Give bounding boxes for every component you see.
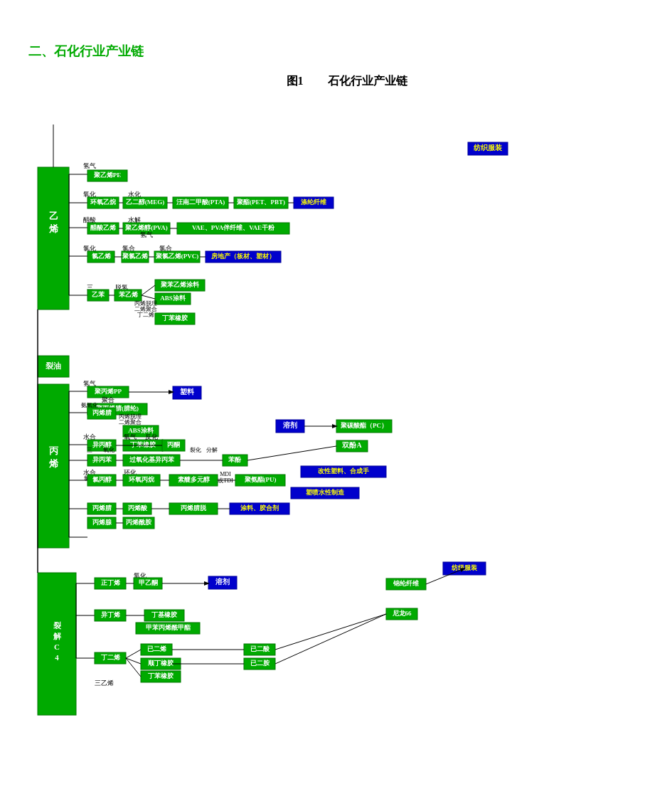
svg-rect-0 xyxy=(38,167,69,309)
svg-text:改性塑料、合成手: 改性塑料、合成手 xyxy=(318,467,370,475)
svg-text:乙二醇(MEG): 乙二醇(MEG) xyxy=(125,199,164,206)
svg-text:已二烯: 已二烯 xyxy=(146,645,166,652)
svg-text:聚酯(PET、PBT): 聚酯(PET、PBT) xyxy=(236,199,284,206)
svg-text:环氧丙烷: 环氧丙烷 xyxy=(128,476,155,483)
svg-text:烯: 烯 xyxy=(48,223,58,234)
svg-text:氢气: 氢气 xyxy=(83,162,96,169)
diagram-container: 乙 烯 氢气 聚乙烯PE 氧化 环氧乙烷 水化 乙二醇(MEG) 汪南二甲酸(P… xyxy=(31,103,642,758)
svg-text:4: 4 xyxy=(55,653,59,662)
svg-text:塑喷水性制造: 塑喷水性制造 xyxy=(305,488,345,496)
svg-text:解: 解 xyxy=(52,632,61,640)
svg-text:VAE、PVA伴纤维、VAE干粉: VAE、PVA伴纤维、VAE干粉 xyxy=(191,223,274,231)
svg-text:氯丙醇: 氯丙醇 xyxy=(91,476,112,483)
svg-text:甲苯丙烯酰甲酯: 甲苯丙烯酰甲酯 xyxy=(145,624,191,631)
svg-text:聚碳酸酯（PC）: 聚碳酸酯（PC） xyxy=(341,422,388,429)
svg-text:丁二烯: 丁二烯 xyxy=(100,654,120,661)
svg-text:素醚多元醇: 素醚多元醇 xyxy=(177,476,210,483)
svg-text:裂油: 裂油 xyxy=(46,361,61,370)
svg-text:MDI: MDI xyxy=(220,471,231,477)
svg-text:丁二烯: 丁二烯 xyxy=(137,312,154,318)
svg-line-68 xyxy=(142,285,155,295)
svg-text:苯酚: 苯酚 xyxy=(228,456,242,463)
svg-text:聚合: 聚合 xyxy=(102,396,114,403)
svg-text:烯: 烯 xyxy=(48,458,58,469)
svg-text:聚乙烯PE: 聚乙烯PE xyxy=(93,171,121,179)
svg-text:裂化: 裂化 xyxy=(190,447,201,453)
svg-text:房地产（板材、塑材）: 房地产（板材、塑材） xyxy=(210,252,275,260)
svg-text:溶剂: 溶剂 xyxy=(215,578,230,586)
svg-text:纺织服装: 纺织服装 xyxy=(473,144,503,152)
svg-line-204 xyxy=(126,650,141,658)
svg-text:聚丙烯PP: 聚丙烯PP xyxy=(95,388,122,395)
svg-text:三乙烯: 三乙烯 xyxy=(95,679,114,687)
svg-text:丙烯腺: 丙烯腺 xyxy=(92,519,112,526)
svg-text:丙烯腈: 丙烯腈 xyxy=(92,409,112,416)
svg-text:塑料: 塑料 xyxy=(179,387,195,396)
svg-text:氧化: 氧化 xyxy=(103,447,114,453)
svg-text:丁基橡胶: 丁基橡胶 xyxy=(151,610,178,618)
svg-text:丙烯腈脱: 丙烯腈脱 xyxy=(181,504,207,512)
svg-text:聚氯乙烯: 聚氯乙烯 xyxy=(122,253,149,260)
svg-line-69 xyxy=(142,295,155,299)
svg-text:锦纶纤维: 锦纶纤维 xyxy=(393,579,420,587)
svg-text:分解: 分解 xyxy=(206,447,218,453)
svg-text:尼龙66: 尼龙66 xyxy=(391,610,412,617)
svg-line-217 xyxy=(275,614,386,650)
svg-text:丙: 丙 xyxy=(48,445,58,456)
svg-text:聚苯乙烯涂料: 聚苯乙烯涂料 xyxy=(161,281,200,288)
svg-text:丙烯酰胺: 丙烯酰胺 xyxy=(126,519,152,526)
svg-text:聚乙烯醇(PVA): 聚乙烯醇(PVA) xyxy=(125,224,167,231)
svg-text:涤纶纤维: 涤纶纤维 xyxy=(301,198,327,206)
svg-text:异丙苯: 异丙苯 xyxy=(92,456,112,463)
svg-text:异丁烯: 异丁烯 xyxy=(100,611,120,618)
svg-text:C: C xyxy=(54,642,60,651)
svg-text:丙酮: 丙酮 xyxy=(167,441,180,448)
svg-text:乙: 乙 xyxy=(48,211,58,221)
svg-text:乙苯: 乙苯 xyxy=(92,291,105,298)
svg-text:丁苯橡胶: 丁苯橡胶 xyxy=(148,672,174,679)
svg-text:聚氯乙烯(PVC): 聚氯乙烯(PVC) xyxy=(155,253,198,260)
svg-text:汪南二甲酸(PTA): 汪南二甲酸(PTA) xyxy=(176,199,224,206)
svg-text:丁苯橡胶: 丁苯橡胶 xyxy=(130,440,156,448)
svg-text:过氧化基异丙苯: 过氧化基异丙苯 xyxy=(129,456,174,463)
svg-text:ABS涂料: ABS涂料 xyxy=(160,295,186,302)
svg-text:丙烯酸: 丙烯酸 xyxy=(127,504,147,512)
chart-title: 图1 石化行业产业链 xyxy=(28,74,644,89)
svg-text:醋酸乙烯: 醋酸乙烯 xyxy=(90,224,117,231)
svg-text:氯乙烯: 氯乙烯 xyxy=(90,253,111,260)
svg-text:纺级服装: 纺级服装 xyxy=(451,563,478,571)
page-title: 二、石化行业产业链 xyxy=(28,43,644,60)
svg-text:丙烯腈: 丙烯腈 xyxy=(92,504,112,512)
svg-line-218 xyxy=(275,614,386,664)
svg-text:氧气: 氧气 xyxy=(124,433,137,440)
svg-text:裂: 裂 xyxy=(53,621,61,630)
svg-text:溶剂: 溶剂 xyxy=(283,421,297,429)
svg-text:环氧乙烷: 环氧乙烷 xyxy=(90,199,117,206)
svg-text:顺丁橡胶: 顺丁橡胶 xyxy=(147,659,174,667)
svg-text:甲乙酮: 甲乙酮 xyxy=(138,579,157,586)
svg-text:苯乙烯: 苯乙烯 xyxy=(117,291,138,298)
svg-line-131 xyxy=(247,446,336,460)
svg-text:正丁烯: 正丁烯 xyxy=(100,579,120,586)
svg-text:三: 三 xyxy=(87,447,92,453)
svg-text:反化: 反化 xyxy=(145,433,158,440)
svg-text:氢气: 氢气 xyxy=(140,231,153,238)
svg-text:双酚A: 双酚A xyxy=(341,441,362,449)
svg-text:二烯聚合: 二烯聚合 xyxy=(119,419,142,425)
svg-text:已二胺: 已二胺 xyxy=(250,660,270,667)
svg-text:涂料、胶合剂: 涂料、胶合剂 xyxy=(240,504,279,512)
svg-text:已二酸: 已二酸 xyxy=(250,645,270,652)
svg-text:聚氨酯(PU): 聚氨酯(PU) xyxy=(244,476,276,483)
svg-text:丁苯橡胶: 丁苯橡胶 xyxy=(162,314,188,322)
